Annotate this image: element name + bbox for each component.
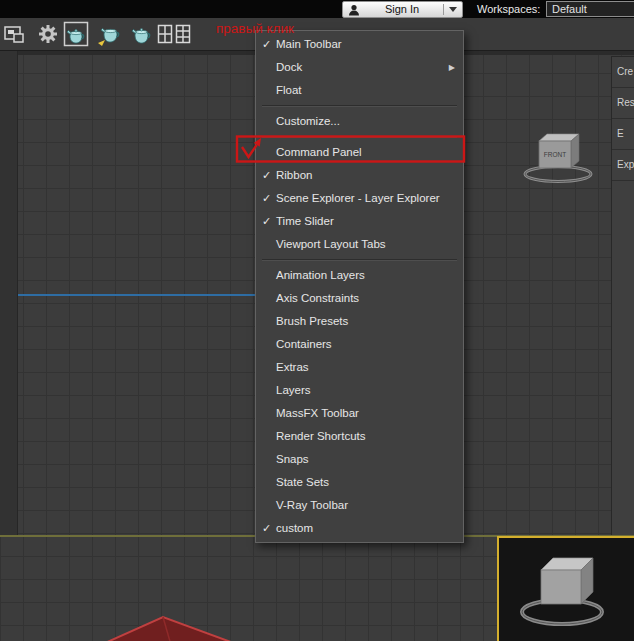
- menu-separator: [262, 105, 457, 107]
- menu-separator: [262, 259, 457, 261]
- menu-item-label: Layers: [276, 384, 311, 396]
- person-icon: [347, 3, 361, 17]
- workspace-selector[interactable]: Default: [546, 1, 634, 17]
- panel-rollout-label: Cre: [617, 66, 633, 77]
- panel-rollout[interactable]: E: [612, 119, 634, 150]
- viewcube[interactable]: [515, 546, 619, 638]
- menu-item-customize[interactable]: Customize...: [256, 110, 463, 133]
- grid-axis-line: [18, 294, 256, 296]
- render-teapot-icon[interactable]: [128, 21, 154, 47]
- right-panel: Cre Res E Exp: [611, 56, 634, 537]
- menu-item-label: Main Toolbar: [276, 38, 342, 50]
- menu-item-label: Float: [276, 84, 302, 96]
- checkmark-icon: ✓: [262, 187, 271, 210]
- window-icon[interactable]: [1, 21, 27, 47]
- render-setup-teapot-icon[interactable]: [63, 21, 89, 47]
- title-bar: Sign In Workspaces: Default: [0, 0, 634, 18]
- panel-rollout[interactable]: Exp: [612, 150, 634, 181]
- layout-grid-icon[interactable]: [156, 21, 174, 47]
- front-viewcube[interactable]: FRONT: [518, 130, 598, 184]
- sign-in-button[interactable]: Sign In: [342, 1, 463, 18]
- menu-item-label: Snaps: [276, 453, 309, 465]
- viewport-bottom-right[interactable]: [497, 536, 634, 641]
- submenu-arrow-icon: ▶: [449, 56, 455, 79]
- menu-item-label: Ribbon: [276, 169, 312, 181]
- menu-item-label: Axis Constraints: [276, 292, 359, 304]
- menu-item-label: V-Ray Toolbar: [276, 499, 348, 511]
- menu-item-snaps[interactable]: Snaps: [256, 448, 463, 471]
- panel-rollout[interactable]: Cre: [612, 57, 634, 88]
- menu-item-ribbon[interactable]: ✓Ribbon: [256, 164, 463, 187]
- layout-grid-icon-2[interactable]: [174, 21, 192, 47]
- menu-item-state-sets[interactable]: State Sets: [256, 471, 463, 494]
- menu-item-label: Scene Explorer - Layer Explorer: [276, 192, 440, 204]
- menu-item-command-panel[interactable]: Command Panel: [256, 141, 463, 164]
- toolbar-context-menu: ✓Main Toolbar Dock▶ Float Customize... C…: [255, 30, 464, 543]
- menu-item-label: Render Shortcuts: [276, 430, 366, 442]
- menu-item-label: Customize...: [276, 115, 340, 127]
- panel-rollout-label: E: [617, 128, 624, 139]
- divider: [443, 4, 444, 15]
- sign-in-label: Sign In: [361, 2, 443, 17]
- checkmark-icon: ✓: [262, 33, 271, 56]
- menu-item-label: Extras: [276, 361, 309, 373]
- menu-item-brush-presets[interactable]: Brush Presets: [256, 310, 463, 333]
- left-dock-strip: [0, 50, 18, 536]
- menu-item-layers[interactable]: Layers: [256, 379, 463, 402]
- menu-item-label: Brush Presets: [276, 315, 348, 327]
- panel-rollout-label: Exp: [617, 159, 634, 170]
- menu-item-massfx-toolbar[interactable]: MassFX Toolbar: [256, 402, 463, 425]
- checkmark-icon: ✓: [262, 210, 271, 233]
- menu-item-label: MassFX Toolbar: [276, 407, 359, 419]
- menu-item-dock[interactable]: Dock▶: [256, 56, 463, 79]
- front-cube-label: FRONT: [544, 151, 566, 158]
- menu-item-label: Time Slider: [276, 215, 334, 227]
- menu-item-containers[interactable]: Containers: [256, 333, 463, 356]
- menu-item-label: Animation Layers: [276, 269, 365, 281]
- workspaces-label: Workspaces:: [477, 3, 540, 15]
- application-window: Cre Res E Exp FRONT ✓Main Toolbar Dock▶ …: [0, 0, 634, 641]
- menu-item-vray-toolbar[interactable]: V-Ray Toolbar: [256, 494, 463, 517]
- menu-item-label: State Sets: [276, 476, 329, 488]
- menu-item-label: Dock: [276, 61, 302, 73]
- panel-rollout[interactable]: Res: [612, 88, 634, 119]
- menu-item-time-slider[interactable]: ✓Time Slider: [256, 210, 463, 233]
- menu-item-label: Viewport Layout Tabs: [276, 238, 386, 250]
- checkmark-icon: ✓: [262, 517, 271, 540]
- menu-item-label: Command Panel: [276, 146, 362, 158]
- gear-icon[interactable]: [35, 21, 61, 47]
- menu-item-animation-layers[interactable]: Animation Layers: [256, 264, 463, 287]
- menu-item-render-shortcuts[interactable]: Render Shortcuts: [256, 425, 463, 448]
- dropdown-arrow-icon: [449, 7, 457, 12]
- menu-item-label: Containers: [276, 338, 332, 350]
- menu-item-scene-explorer[interactable]: ✓Scene Explorer - Layer Explorer: [256, 187, 463, 210]
- menu-item-custom[interactable]: ✓custom: [256, 517, 463, 540]
- menu-item-axis-constraints[interactable]: Axis Constraints: [256, 287, 463, 310]
- menu-separator: [262, 136, 457, 138]
- menu-item-viewport-layout-tabs[interactable]: Viewport Layout Tabs: [256, 233, 463, 256]
- menu-item-label: custom: [276, 522, 313, 534]
- panel-rollout-label: Res: [617, 97, 634, 108]
- menu-item-extras[interactable]: Extras: [256, 356, 463, 379]
- render-export-teapot-icon[interactable]: [96, 21, 122, 47]
- menu-item-float[interactable]: Float: [256, 79, 463, 102]
- checkmark-icon: ✓: [262, 164, 271, 187]
- scene-object-red-plane[interactable]: [75, 612, 275, 641]
- menu-item-main-toolbar[interactable]: ✓Main Toolbar: [256, 33, 463, 56]
